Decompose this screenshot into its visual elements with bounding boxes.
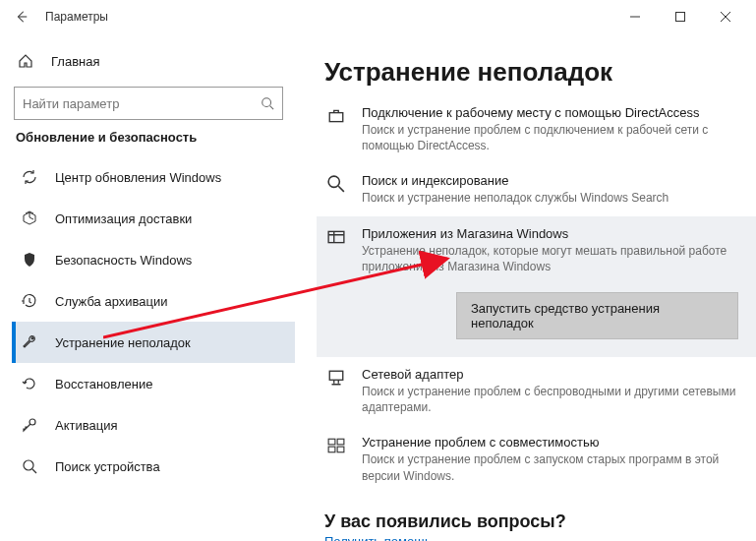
sidebar-list: Центр обновления Windows Оптимизация дос… [12, 156, 295, 487]
compat-icon [327, 437, 345, 454]
ts-title: Сетевой адаптер [362, 367, 738, 382]
find-device-icon [22, 458, 37, 474]
search-input[interactable] [23, 96, 261, 111]
ts-item-search[interactable]: Поиск и индексирование Поиск и устранени… [324, 163, 738, 215]
main-panel: Устранение неполадок Подключение к рабоч… [295, 33, 756, 541]
search-icon [261, 96, 274, 110]
sidebar-label: Восстановление [55, 377, 152, 391]
sidebar-label: Поиск устройства [55, 459, 160, 474]
sidebar-label: Оптимизация доставки [55, 211, 192, 226]
section-header: Обновление и безопасность [16, 130, 295, 145]
briefcase-icon [327, 107, 345, 125]
home-label: Главная [51, 54, 99, 69]
ts-desc: Поиск и устранение проблем с подключение… [362, 122, 738, 153]
ts-item-store-apps[interactable]: Приложения из Магазина Windows Устранени… [317, 216, 756, 357]
page-title: Устранение неполадок [324, 57, 738, 88]
ts-desc: Устранение неполадок, которые могут меша… [362, 243, 738, 274]
apps-icon [327, 228, 345, 246]
svg-rect-7 [329, 371, 343, 380]
sidebar-label: Активация [55, 418, 117, 433]
arrow-left-icon [15, 10, 29, 24]
sidebar-item-activation[interactable]: Активация [12, 404, 295, 446]
shield-icon [22, 252, 37, 268]
ts-title: Поиск и индексирование [362, 173, 669, 188]
ts-item-directaccess[interactable]: Подключение к рабочему месту с помощью D… [324, 95, 738, 163]
ts-title: Подключение к рабочему месту с помощью D… [362, 105, 738, 120]
get-help-link[interactable]: Получить помощь [324, 534, 738, 541]
sidebar-label: Безопасность Windows [55, 253, 192, 268]
network-icon [327, 369, 345, 387]
sidebar-label: Устранение неполадок [55, 335, 191, 350]
minimize-icon [630, 12, 640, 22]
svg-rect-11 [337, 447, 344, 452]
ts-item-compat[interactable]: Устранение проблем с совместимостью Поис… [324, 425, 738, 493]
svg-point-3 [24, 460, 33, 470]
title-bar: Параметры [0, 0, 756, 33]
run-troubleshooter-button[interactable]: Запустить средство устранения неполадок [456, 292, 738, 339]
ts-item-network[interactable]: Сетевой адаптер Поиск и устранение пробл… [324, 357, 738, 425]
ts-desc: Поиск и устранение неполадок службы Wind… [362, 190, 669, 206]
sidebar-item-recovery[interactable]: Восстановление [12, 363, 295, 404]
search-icon [327, 175, 345, 193]
svg-rect-0 [676, 13, 685, 22]
sync-icon [22, 169, 37, 185]
recovery-icon [22, 376, 37, 391]
sidebar-item-security[interactable]: Безопасность Windows [12, 239, 295, 280]
sidebar-item-troubleshoot[interactable]: Устранение неполадок [12, 322, 295, 363]
svg-rect-9 [337, 440, 344, 446]
svg-rect-10 [328, 447, 335, 452]
questions-heading: У вас появились вопросы? [324, 511, 738, 532]
sidebar-item-update[interactable]: Центр обновления Windows [12, 156, 295, 198]
minimize-button[interactable] [612, 2, 658, 31]
svg-point-1 [262, 98, 271, 107]
key-icon [22, 417, 37, 433]
home-icon [18, 53, 33, 69]
ts-title: Приложения из Магазина Windows [362, 226, 738, 241]
svg-rect-6 [328, 231, 344, 242]
maximize-button[interactable] [658, 2, 703, 31]
sidebar-item-delivery[interactable]: Оптимизация доставки [12, 198, 295, 239]
sidebar-item-find-device[interactable]: Поиск устройства [12, 446, 295, 487]
sidebar-label: Центр обновления Windows [55, 170, 221, 185]
svg-point-5 [328, 177, 339, 188]
sidebar-label: Служба архивации [55, 294, 168, 309]
sidebar: Главная Обновление и безопасность Центр … [0, 33, 295, 541]
search-box[interactable] [14, 87, 283, 120]
svg-rect-8 [328, 440, 335, 446]
back-button[interactable] [8, 3, 35, 30]
wrench-icon [22, 334, 37, 350]
maximize-icon [675, 12, 685, 22]
window-title: Параметры [45, 10, 108, 24]
sidebar-item-backup[interactable]: Служба архивации [12, 280, 295, 322]
close-icon [721, 12, 730, 22]
ts-desc: Поиск и устранение проблем с запуском ст… [362, 451, 738, 483]
backup-icon [22, 293, 37, 309]
svg-rect-4 [329, 113, 343, 122]
ts-title: Устранение проблем с совместимостью [362, 435, 738, 450]
close-button[interactable] [703, 2, 748, 31]
home-button[interactable]: Главная [12, 43, 295, 79]
delivery-icon [22, 210, 37, 226]
ts-desc: Поиск и устранение проблем с беспроводны… [362, 384, 738, 415]
